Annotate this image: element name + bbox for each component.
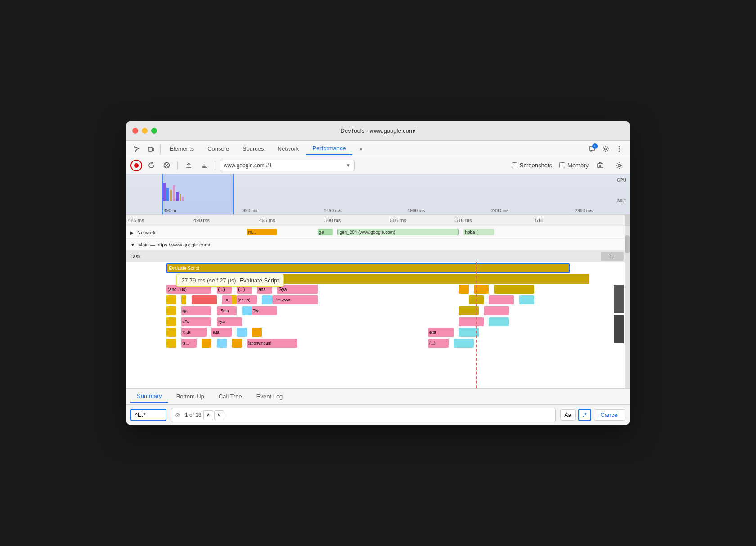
block-y4-1[interactable] <box>166 328 176 337</box>
evaluate-script-bar[interactable]: Evaluate Script <box>166 263 570 273</box>
performance-settings-icon[interactable] <box>613 159 626 172</box>
block-tya[interactable]: Tya <box>252 306 277 315</box>
upload-button[interactable] <box>182 159 195 172</box>
block-cyan3[interactable] <box>237 328 247 337</box>
marker-line <box>476 262 477 388</box>
block-yb[interactable]: Y...b <box>181 328 207 337</box>
block-y-sm2[interactable] <box>181 295 186 304</box>
block-eta2[interactable]: e.ta <box>428 328 454 337</box>
maximize-button[interactable] <box>151 128 157 134</box>
block-xya[interactable]: Xya <box>217 317 242 326</box>
block-eta1[interactable]: e.ta <box>212 328 232 337</box>
tab-performance[interactable]: Performance <box>306 142 352 155</box>
search-clear-icon[interactable]: ⊗ <box>175 412 180 419</box>
scrollbar-thumb[interactable] <box>625 235 630 253</box>
memory-checkbox-label[interactable]: Memory <box>559 162 589 169</box>
search-prev-button[interactable]: ∧ <box>203 410 213 420</box>
block-g[interactable]: G... <box>181 339 197 348</box>
block-r-cyan4[interactable] <box>454 339 474 348</box>
record-button[interactable] <box>130 160 142 171</box>
capture-settings-icon[interactable] <box>594 159 607 172</box>
block-r-gold2[interactable] <box>459 306 479 315</box>
element-picker-icon[interactable] <box>130 143 143 155</box>
block-yellow1[interactable] <box>459 285 468 294</box>
dropdown-icon: ▼ <box>346 163 351 168</box>
tab-more[interactable]: » <box>353 143 369 155</box>
task-right-block[interactable]: T... <box>601 252 624 261</box>
timeline-scrollbar[interactable] <box>625 215 630 226</box>
block-orange1[interactable] <box>252 328 262 337</box>
case-sensitive-button[interactable]: Aa <box>560 409 576 421</box>
settings-icon[interactable] <box>599 143 612 155</box>
title-bar: DevTools - www.google.com/ <box>126 121 630 141</box>
svg-point-6 <box>619 150 620 151</box>
regex-button[interactable]: .* <box>578 409 591 421</box>
block-dotx[interactable]: _.x <box>222 295 232 304</box>
timeline-overview[interactable]: 490 m 990 ms 1490 ms 1990 ms 2490 ms 299… <box>126 174 630 215</box>
block-lmzwa[interactable]: _.lm.ZWa <box>272 295 318 304</box>
block-r-pink1[interactable] <box>489 295 514 304</box>
block-yellow3[interactable] <box>494 285 535 294</box>
tab-network[interactable]: Network <box>271 143 306 155</box>
block-y3-1[interactable] <box>166 317 176 326</box>
svg-rect-0 <box>148 147 152 151</box>
tab-summary[interactable]: Summary <box>130 390 168 403</box>
flame-canvas[interactable]: Evaluate Script 27.79 ms (self 27 μs) Ev… <box>126 262 630 388</box>
flame-row-2: _.x (an...s) _.lm.ZWa <box>126 295 630 305</box>
block-r-cyan3[interactable] <box>459 328 479 337</box>
url-selector[interactable]: www.google.com #1 ▼ <box>220 160 355 171</box>
net-bar-m[interactable]: m... <box>247 229 277 235</box>
svg-point-12 <box>618 164 621 166</box>
net-bar-ge[interactable]: ge <box>318 229 333 235</box>
block-cyan4[interactable] <box>217 339 227 348</box>
search-next-button[interactable]: ∨ <box>214 410 224 420</box>
search-input[interactable] <box>135 412 162 418</box>
tab-bar: Elements Console Sources Network Perform… <box>126 141 630 157</box>
block-cyan1[interactable] <box>262 295 272 304</box>
cancel-button[interactable]: Cancel <box>594 409 626 421</box>
block-y5-1[interactable] <box>166 339 176 348</box>
more-options-icon[interactable] <box>613 143 626 155</box>
block-cyan2[interactable] <box>242 306 252 315</box>
block-orange3[interactable] <box>232 339 242 348</box>
block-dfa[interactable]: dFa <box>181 317 212 326</box>
block-anonymous[interactable]: (anonymous) <box>247 339 297 348</box>
timeline-grid: 485 ms 490 ms 495 ms 500 ms 505 ms 510 m… <box>126 215 630 226</box>
tab-event-log[interactable]: Event Log <box>250 390 289 403</box>
tab-call-tree[interactable]: Call Tree <box>212 390 248 403</box>
net-bar-gen204[interactable]: gen_204 (www.google.com) <box>338 229 459 235</box>
block-xja[interactable]: xja <box>181 306 212 315</box>
tab-elements[interactable]: Elements <box>163 143 200 155</box>
minimize-button[interactable] <box>142 128 148 134</box>
block-ans[interactable]: (an...s) <box>237 295 257 304</box>
block-sma[interactable]: _.$ma <box>217 306 237 315</box>
net-bar-hpba[interactable]: hpba ( <box>464 229 494 235</box>
block-y2-1[interactable] <box>166 306 176 315</box>
close-button[interactable] <box>132 128 138 134</box>
main-triangle[interactable]: ▼ <box>130 242 135 247</box>
tab-sources[interactable]: Sources <box>236 143 270 155</box>
screenshots-checkbox[interactable] <box>512 162 518 168</box>
block-r-cyan1[interactable] <box>519 295 535 304</box>
reload-button[interactable] <box>145 159 158 172</box>
network-triangle[interactable]: ▶ <box>130 230 134 235</box>
block-red-sm[interactable] <box>192 295 217 304</box>
download-button[interactable] <box>198 159 210 172</box>
block-r-cyan2[interactable] <box>489 317 509 326</box>
block-y-sm1[interactable] <box>166 295 176 304</box>
memory-checkbox[interactable] <box>559 162 565 168</box>
block-r-pink2[interactable] <box>484 306 509 315</box>
messages-button[interactable]: 1 <box>586 143 598 155</box>
block-r-pink3[interactable] <box>459 317 484 326</box>
flame-scrollbar[interactable] <box>625 226 630 388</box>
device-toggle-icon[interactable] <box>145 143 158 155</box>
search-input-wrap[interactable] <box>130 409 166 421</box>
search-main-area: ⊗ 1 of 18 ∧ ∨ <box>171 408 556 422</box>
tab-console[interactable]: Console <box>201 143 235 155</box>
screenshots-checkbox-label[interactable]: Screenshots <box>512 162 552 169</box>
block-orange2[interactable] <box>202 339 212 348</box>
clear-button[interactable] <box>160 159 173 172</box>
bottom-tabs: Summary Bottom-Up Call Tree Event Log <box>126 388 630 404</box>
tab-bottom-up[interactable]: Bottom-Up <box>170 390 211 403</box>
block-paren3[interactable]: (...) <box>428 339 449 348</box>
